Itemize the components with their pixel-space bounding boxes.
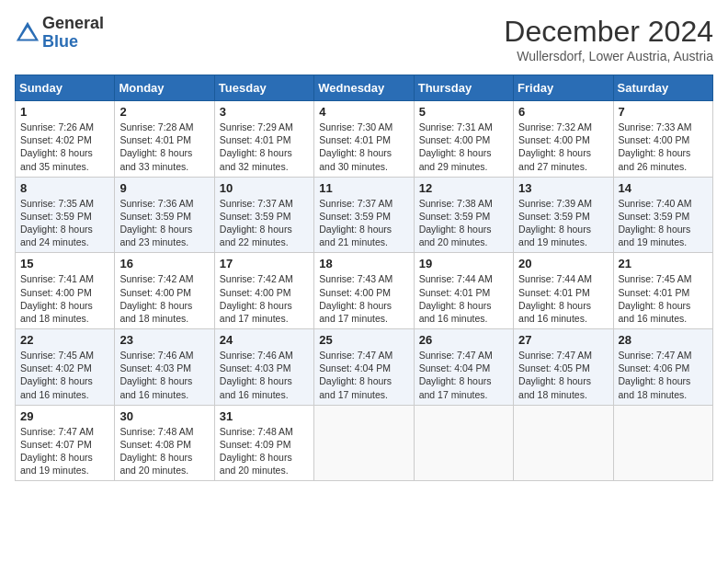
day-number: 8 <box>20 181 109 195</box>
day-number: 24 <box>220 333 309 347</box>
page-header: General Blue December 2024 Wullersdorf, … <box>15 15 713 63</box>
day-info: Sunrise: 7:46 AMSunset: 4:03 PMDaylight:… <box>119 349 209 401</box>
day-number: 17 <box>220 257 309 270</box>
weekday-header-tuesday: Tuesday <box>214 75 313 101</box>
day-info: Sunrise: 7:47 AMSunset: 4:07 PMDaylight:… <box>20 425 109 477</box>
day-number: 5 <box>419 105 508 119</box>
calendar-day-10: 10Sunrise: 7:37 AMSunset: 3:59 PMDayligh… <box>214 177 313 253</box>
day-number: 14 <box>619 181 708 195</box>
day-number: 25 <box>319 333 408 347</box>
calendar-day-8: 8Sunrise: 7:35 AMSunset: 3:59 PMDaylight… <box>16 177 115 253</box>
calendar-day-16: 16Sunrise: 7:42 AMSunset: 4:00 PMDayligh… <box>115 253 214 329</box>
day-number: 31 <box>220 409 309 423</box>
day-info: Sunrise: 7:39 AMSunset: 3:59 PMDaylight:… <box>518 197 608 249</box>
calendar-day-23: 23Sunrise: 7:46 AMSunset: 4:03 PMDayligh… <box>115 329 214 406</box>
day-info: Sunrise: 7:48 AMSunset: 4:08 PMDaylight:… <box>119 425 209 477</box>
calendar-week-row-4: 22Sunrise: 7:45 AMSunset: 4:02 PMDayligh… <box>16 329 713 406</box>
day-number: 23 <box>119 333 209 347</box>
day-number: 11 <box>319 181 408 195</box>
empty-cell <box>314 405 414 481</box>
day-info: Sunrise: 7:47 AMSunset: 4:04 PMDaylight:… <box>319 349 408 401</box>
day-info: Sunrise: 7:45 AMSunset: 4:02 PMDaylight:… <box>20 349 109 401</box>
calendar-week-row-2: 8Sunrise: 7:35 AMSunset: 3:59 PMDaylight… <box>16 177 713 253</box>
day-info: Sunrise: 7:29 AMSunset: 4:01 PMDaylight:… <box>220 121 309 173</box>
location-title: Wullersdorf, Lower Austria, Austria <box>504 49 713 63</box>
calendar-day-18: 18Sunrise: 7:43 AMSunset: 4:00 PMDayligh… <box>314 253 414 329</box>
calendar-table: SundayMondayTuesdayWednesdayThursdayFrid… <box>15 75 713 481</box>
calendar-day-27: 27Sunrise: 7:47 AMSunset: 4:05 PMDayligh… <box>514 329 613 406</box>
calendar-day-17: 17Sunrise: 7:42 AMSunset: 4:00 PMDayligh… <box>214 253 313 329</box>
day-info: Sunrise: 7:47 AMSunset: 4:06 PMDaylight:… <box>619 349 708 401</box>
calendar-day-7: 7Sunrise: 7:33 AMSunset: 4:00 PMDaylight… <box>613 101 712 178</box>
calendar-day-26: 26Sunrise: 7:47 AMSunset: 4:04 PMDayligh… <box>414 329 513 406</box>
logo: General Blue <box>15 15 104 52</box>
day-info: Sunrise: 7:42 AMSunset: 4:00 PMDaylight:… <box>119 272 209 325</box>
day-info: Sunrise: 7:44 AMSunset: 4:01 PMDaylight:… <box>419 272 508 325</box>
day-number: 26 <box>419 333 508 347</box>
logo-text: General Blue <box>42 15 104 52</box>
calendar-week-row-5: 29Sunrise: 7:47 AMSunset: 4:07 PMDayligh… <box>16 405 713 481</box>
day-number: 16 <box>119 257 209 270</box>
empty-cell <box>414 405 513 481</box>
day-info: Sunrise: 7:31 AMSunset: 4:00 PMDaylight:… <box>419 121 508 173</box>
calendar-day-9: 9Sunrise: 7:36 AMSunset: 3:59 PMDaylight… <box>115 177 214 253</box>
day-info: Sunrise: 7:41 AMSunset: 4:00 PMDaylight:… <box>20 272 109 325</box>
day-info: Sunrise: 7:47 AMSunset: 4:05 PMDaylight:… <box>518 349 608 401</box>
day-info: Sunrise: 7:35 AMSunset: 3:59 PMDaylight:… <box>20 197 109 249</box>
calendar-day-6: 6Sunrise: 7:32 AMSunset: 4:00 PMDaylight… <box>514 101 613 178</box>
day-info: Sunrise: 7:28 AMSunset: 4:01 PMDaylight:… <box>119 121 209 173</box>
calendar-day-11: 11Sunrise: 7:37 AMSunset: 3:59 PMDayligh… <box>314 177 414 253</box>
day-number: 15 <box>20 257 109 270</box>
month-title: December 2024 <box>504 15 713 49</box>
day-number: 3 <box>220 105 309 119</box>
day-number: 6 <box>518 105 608 119</box>
day-info: Sunrise: 7:26 AMSunset: 4:02 PMDaylight:… <box>20 121 109 173</box>
day-info: Sunrise: 7:33 AMSunset: 4:00 PMDaylight:… <box>619 121 708 173</box>
day-info: Sunrise: 7:38 AMSunset: 3:59 PMDaylight:… <box>419 197 508 249</box>
calendar-day-5: 5Sunrise: 7:31 AMSunset: 4:00 PMDaylight… <box>414 101 513 178</box>
day-number: 19 <box>419 257 508 270</box>
day-number: 21 <box>619 257 708 270</box>
day-number: 30 <box>119 409 209 423</box>
day-info: Sunrise: 7:48 AMSunset: 4:09 PMDaylight:… <box>220 425 309 477</box>
day-info: Sunrise: 7:37 AMSunset: 3:59 PMDaylight:… <box>220 197 309 249</box>
calendar-day-15: 15Sunrise: 7:41 AMSunset: 4:00 PMDayligh… <box>16 253 115 329</box>
weekday-header-wednesday: Wednesday <box>314 75 414 101</box>
empty-cell <box>613 405 712 481</box>
day-info: Sunrise: 7:37 AMSunset: 3:59 PMDaylight:… <box>319 197 408 249</box>
calendar-week-row-3: 15Sunrise: 7:41 AMSunset: 4:00 PMDayligh… <box>16 253 713 329</box>
day-number: 7 <box>619 105 708 119</box>
day-number: 13 <box>518 181 608 195</box>
calendar-day-24: 24Sunrise: 7:46 AMSunset: 4:03 PMDayligh… <box>214 329 313 406</box>
weekday-header-monday: Monday <box>115 75 214 101</box>
day-number: 29 <box>20 409 109 423</box>
day-number: 1 <box>20 105 109 119</box>
calendar-day-29: 29Sunrise: 7:47 AMSunset: 4:07 PMDayligh… <box>16 405 115 481</box>
day-info: Sunrise: 7:45 AMSunset: 4:01 PMDaylight:… <box>619 272 708 325</box>
calendar-week-row-1: 1Sunrise: 7:26 AMSunset: 4:02 PMDaylight… <box>16 101 713 178</box>
day-number: 12 <box>419 181 508 195</box>
calendar-day-30: 30Sunrise: 7:48 AMSunset: 4:08 PMDayligh… <box>115 405 214 481</box>
calendar-day-25: 25Sunrise: 7:47 AMSunset: 4:04 PMDayligh… <box>314 329 414 406</box>
day-info: Sunrise: 7:32 AMSunset: 4:00 PMDaylight:… <box>518 121 608 173</box>
calendar-day-14: 14Sunrise: 7:40 AMSunset: 3:59 PMDayligh… <box>613 177 712 253</box>
day-info: Sunrise: 7:42 AMSunset: 4:00 PMDaylight:… <box>220 272 309 325</box>
calendar-day-12: 12Sunrise: 7:38 AMSunset: 3:59 PMDayligh… <box>414 177 513 253</box>
day-number: 4 <box>319 105 408 119</box>
calendar-day-4: 4Sunrise: 7:30 AMSunset: 4:01 PMDaylight… <box>314 101 414 178</box>
logo-icon <box>15 20 40 46</box>
day-number: 18 <box>319 257 408 270</box>
calendar-day-13: 13Sunrise: 7:39 AMSunset: 3:59 PMDayligh… <box>514 177 613 253</box>
weekday-header-friday: Friday <box>514 75 613 101</box>
day-info: Sunrise: 7:47 AMSunset: 4:04 PMDaylight:… <box>419 349 508 401</box>
day-info: Sunrise: 7:43 AMSunset: 4:00 PMDaylight:… <box>319 272 408 325</box>
day-number: 28 <box>619 333 708 347</box>
calendar-day-3: 3Sunrise: 7:29 AMSunset: 4:01 PMDaylight… <box>214 101 313 178</box>
day-info: Sunrise: 7:40 AMSunset: 3:59 PMDaylight:… <box>619 197 708 249</box>
calendar-day-1: 1Sunrise: 7:26 AMSunset: 4:02 PMDaylight… <box>16 101 115 178</box>
day-number: 20 <box>518 257 608 270</box>
day-number: 22 <box>20 333 109 347</box>
day-number: 27 <box>518 333 608 347</box>
weekday-header-thursday: Thursday <box>414 75 513 101</box>
weekday-header-saturday: Saturday <box>613 75 712 101</box>
